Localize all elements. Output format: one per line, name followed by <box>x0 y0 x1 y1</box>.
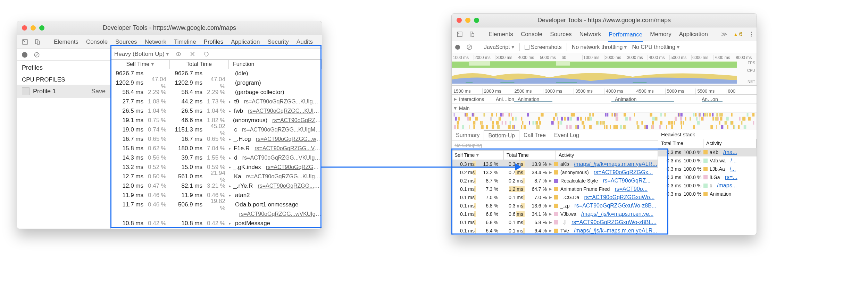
profile-item[interactable]: Profile 1 Save <box>17 85 110 98</box>
source-link[interactable]: rs=ACT90oGqRZGG...VKUIgM95Hw:838 <box>254 145 322 152</box>
table-row[interactable]: 0.3 ms100.0 %aKb/ma... <box>658 148 757 156</box>
grouping-dropdown[interactable]: No Grouping <box>452 141 658 150</box>
source-link[interactable]: rs=ACT90oGqRZGG...KUIgM95Hw:1929 <box>242 127 322 133</box>
table-row[interactable]: 0.3 ms100.0 %c/maps... <box>658 181 757 190</box>
expand-icon[interactable]: ▸ <box>549 210 552 218</box>
tab-network[interactable]: Network <box>144 37 167 47</box>
tab-profiles[interactable]: Profiles <box>203 37 224 47</box>
warning-badge[interactable]: 6 <box>734 31 742 38</box>
tab-sources[interactable]: Sources <box>115 37 137 47</box>
tab-audits[interactable]: Audits <box>296 37 314 47</box>
tab-network[interactable]: Network <box>579 29 602 39</box>
profile-type-dropdown[interactable]: JavaScript ▾ <box>484 43 515 51</box>
minimize-icon[interactable] <box>31 25 36 31</box>
reload-icon[interactable] <box>202 50 211 58</box>
main-track-header[interactable]: ▾ Main <box>452 104 757 113</box>
focus-icon[interactable] <box>174 50 183 58</box>
overflow-menu-icon[interactable]: ⋮ <box>749 31 754 38</box>
tab-summary[interactable]: Summary <box>452 130 484 141</box>
source-link[interactable]: /... <box>731 158 737 164</box>
table-row[interactable]: 16.7 ms0.65 %16.7 ms0.65 %▸_.H.ogrs=ACT9… <box>111 135 322 144</box>
source-link[interactable]: /... <box>730 166 736 172</box>
clear-icon[interactable] <box>32 51 41 59</box>
table-row[interactable]: 1202.9 ms47.04 %1202.9 ms47.04 %(program… <box>111 78 322 88</box>
close-icon[interactable] <box>457 18 462 23</box>
tab-sources[interactable]: Sources <box>549 29 572 39</box>
source-link[interactable]: rs=ACT90oGqRZGGxuWo... <box>584 194 654 201</box>
collapse-icon[interactable]: ▾ <box>454 104 457 112</box>
source-link[interactable]: rs=ACT90oGqRZGG...KUIgM95Hw:713 <box>244 99 322 105</box>
col-total-time[interactable]: Total Time <box>170 60 229 69</box>
table-row[interactable]: 10.8 ms0.42 %10.8 ms0.42 %▸postMessage <box>111 219 322 228</box>
tab-event-log[interactable]: Event Log <box>550 130 583 141</box>
table-row[interactable]: 12.0 ms0.47 %82.1 ms3.21 %▸_.rYe.Rrs=ACT… <box>111 181 322 191</box>
zoom-icon[interactable] <box>474 18 479 23</box>
col-self-time[interactable]: Self Time ▾ <box>111 60 170 69</box>
table-row[interactable]: 0.3 ms100.0 %VJb.wa/... <box>658 156 757 165</box>
source-link[interactable]: rs=ACT90oGqRZGG...KUIgM95Hw:1799 <box>246 173 322 180</box>
source-link[interactable]: /maps/_/js/k=maps.m.en.yeALR... <box>574 161 657 167</box>
cpu-throttle-dropdown[interactable]: No CPU throttling ▾ <box>632 43 680 51</box>
tab-timeline[interactable]: Timeline <box>173 37 197 47</box>
expand-icon[interactable]: ▸ <box>549 194 552 201</box>
source-link[interactable]: rs=ACT90oGqRZGG...KUIgM95Hw:126 <box>272 117 322 124</box>
table-row[interactable]: 27.7 ms1.08 %44.2 ms1.73 %▸t9rs=ACT90oGq… <box>111 97 322 107</box>
table-row[interactable]: 0.1 ms 7.3 % 1.2 ms 64.7 % ▸Animation Fr… <box>452 185 658 193</box>
table-row[interactable]: 0.3 ms100.0 %iI.Gars=... <box>658 173 757 181</box>
table-row[interactable]: 14.3 ms0.56 %39.7 ms1.55 %▸drs=ACT90oGqR… <box>111 153 322 163</box>
source-link[interactable]: rs=ACT90o... <box>615 186 648 192</box>
tab-memory[interactable]: Memory <box>649 29 672 39</box>
tab-console[interactable]: Console <box>85 37 108 47</box>
record-icon[interactable] <box>22 52 27 58</box>
col-activity[interactable]: Activity <box>556 151 658 160</box>
table-row[interactable]: 0.3 ms100.0 %LJb.Aa/... <box>658 165 757 173</box>
tab-bottom-up[interactable]: Bottom-Up <box>484 130 519 141</box>
save-link[interactable]: Save <box>91 88 106 95</box>
source-link[interactable]: rs=ACT90oGqRZGGxuWo-z8BL... <box>571 219 657 226</box>
table-row[interactable]: 10.7 ms0.42 %10.7 ms0.42 %▸texSubImage2D <box>111 228 322 229</box>
table-row[interactable]: 0.1 ms 7.0 % 0.1 ms 7.0 % ▸_.CG.Dars=ACT… <box>452 193 658 202</box>
tab-elements[interactable]: Elements <box>53 37 79 47</box>
table-row[interactable]: 0.1 ms 6.8 % 0.3 ms 13.6 % ▸_.zprs=ACT90… <box>452 202 658 210</box>
expand-icon[interactable]: ▸ <box>454 95 457 103</box>
clear-icon[interactable] <box>465 43 474 51</box>
col-total-time[interactable]: Total Time <box>658 139 703 148</box>
flamegraph[interactable] <box>452 113 757 130</box>
source-link[interactable]: rs=ACT90oGqRZGG...wVKUIgM95Hw:88 <box>239 211 322 217</box>
source-link[interactable]: rs=ACT90oGqRZGG...VKUIgM95Hw:389 <box>242 155 322 161</box>
source-link[interactable]: rs=ACT90oGqRZ... <box>603 178 650 184</box>
close-icon[interactable] <box>22 25 27 31</box>
source-link[interactable]: rs=ACT90oGqRZGGx... <box>594 169 653 176</box>
source-link[interactable]: /maps/_/js/k=maps.m.en.ye... <box>581 211 654 217</box>
col-function[interactable]: Function <box>229 60 322 69</box>
expand-icon[interactable]: ▸ <box>549 185 552 193</box>
expand-icon[interactable]: ▸ <box>549 219 552 226</box>
source-link[interactable]: rs=ACT90oGqRZGG...wVKUIgM95Hw:381 <box>266 164 322 170</box>
table-row[interactable]: 11.7 ms0.46 %506.9 ms19.82 %Oda.b.port1.… <box>111 200 322 210</box>
table-row[interactable]: 0.2 ms 13.2 % 0.7 ms 38.4 % ▸(anonymous)… <box>452 168 658 177</box>
table-row[interactable]: 0.1 ms 6.4 % 0.1 ms 6.4 % ▸TVe/maps/_/js… <box>452 227 658 235</box>
tab-performance[interactable]: Performance <box>608 30 643 42</box>
inspect-icon[interactable] <box>22 38 28 46</box>
inspect-icon[interactable] <box>457 31 463 38</box>
close-icon[interactable]: ✕ <box>188 50 197 58</box>
device-icon[interactable] <box>34 38 41 46</box>
col-activity[interactable]: Activity <box>703 139 757 148</box>
network-throttle-dropdown[interactable]: No network throttling ▾ <box>572 43 627 51</box>
col-self-time[interactable]: Self Time ▾ <box>452 151 504 160</box>
table-row[interactable]: 58.4 ms2.29 %58.4 ms2.29 %(garbage colle… <box>111 88 322 97</box>
interactions-track[interactable]: ▸ Interactions Ani…ion Animation Animati… <box>452 95 757 104</box>
table-row[interactable]: 0.3 ms100.0 %Animation <box>658 190 757 198</box>
tab-application[interactable]: Application <box>230 37 260 47</box>
zoom-icon[interactable] <box>39 25 44 31</box>
table-row[interactable]: 0.2 ms 8.7 % 0.2 ms 8.7 % ▸Recalculate S… <box>452 177 658 185</box>
source-link[interactable]: /maps... <box>717 182 737 189</box>
record-icon[interactable] <box>455 45 460 50</box>
col-total-time[interactable]: Total Time <box>504 151 556 160</box>
source-link[interactable]: rs=ACT90oGqRZGGxuWo-z8B... <box>574 203 656 209</box>
tab-security[interactable]: Security <box>267 37 289 47</box>
table-row[interactable]: 15.8 ms0.62 %180.0 ms7.04 %▸F1e.Rrs=ACT9… <box>111 144 322 153</box>
expand-icon[interactable]: ▸ <box>549 169 552 176</box>
expand-icon[interactable]: ▸ <box>549 160 552 168</box>
expand-icon[interactable]: ▸ <box>549 202 552 209</box>
